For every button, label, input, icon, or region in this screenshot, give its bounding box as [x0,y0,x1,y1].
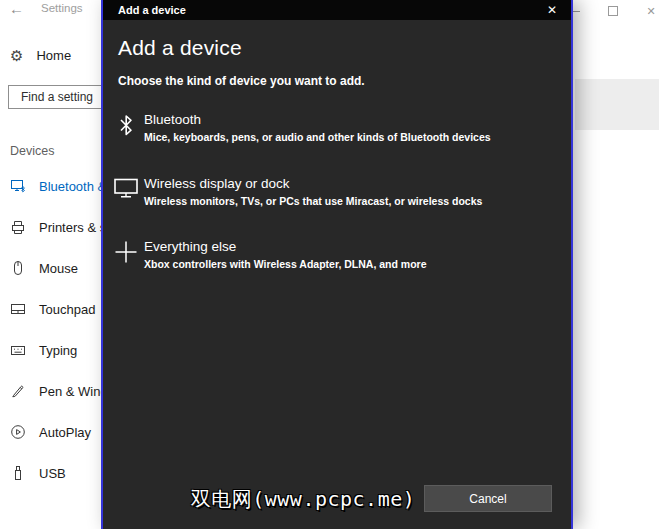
back-arrow-icon[interactable]: ← [9,0,24,17]
option-title: Bluetooth [144,112,491,128]
dialog-subheading: Choose the kind of device you want to ad… [118,74,365,88]
plus-icon [112,239,140,291]
section-header-devices: Devices [10,144,54,158]
sidebar-item-label: USB [39,466,66,481]
option-description: Mice, keyboards, pens, or audio and othe… [144,131,491,143]
sidebar-item-label: Bluetooth & [39,179,106,194]
option-title: Wireless display or dock [144,176,482,192]
window-title: Settings [41,2,83,14]
maximize-icon [608,6,618,16]
sidebar-item-printers[interactable]: Printers & sc [0,218,113,236]
sidebar-item-typing[interactable]: Typing [0,341,77,359]
option-description: Wireless monitors, TVs, or PCs that use … [144,195,482,207]
wireless-display-icon [112,176,140,228]
cancel-button[interactable]: Cancel [424,485,552,512]
mouse-icon [10,260,26,276]
sidebar-item-touchpad[interactable]: Touchpad [0,300,95,318]
maximize-button[interactable] [594,0,632,22]
sidebar-item-label: AutoPlay [39,425,91,440]
option-description: Xbox controllers with Wireless Adapter, … [144,258,427,270]
watermark: 双电网(www.pcpc.me) [163,486,443,513]
keyboard-icon [10,342,26,358]
sidebar-item-label: Pen & Wind [39,384,108,399]
printer-icon [10,219,26,235]
sidebar-item-usb[interactable]: USB [0,464,66,482]
sidebar-item-autoplay[interactable]: AutoPlay [0,423,91,441]
pen-icon [10,383,26,399]
sidebar-item-label: Mouse [39,261,78,276]
dialog-heading: Add a device [118,36,242,60]
add-device-button-partial[interactable] [575,79,659,130]
bluetooth-icon [112,112,140,164]
option-wireless-display[interactable]: Wireless display or dock Wireless monito… [103,176,571,228]
sidebar-item-home[interactable]: ⚙ Home [10,48,71,63]
option-everything-else[interactable]: Everything else Xbox controllers with Wi… [103,239,571,291]
sidebar-item-mouse[interactable]: Mouse [0,259,78,277]
touchpad-icon [10,301,26,317]
sidebar-item-label: Typing [39,343,77,358]
dialog-title: Add a device [103,4,186,16]
sidebar-item-label: Touchpad [39,302,95,317]
gear-icon: ⚙ [10,48,23,63]
dialog-titlebar: Add a device ✕ [103,0,571,20]
bluetooth-devices-icon [10,178,26,194]
window-controls: ✕ [556,0,670,22]
close-button[interactable]: ✕ [632,0,670,22]
usb-icon [10,465,26,481]
add-device-dialog: Add a device ✕ Add a device Choose the k… [101,0,573,529]
sidebar-item-bluetooth[interactable]: Bluetooth & [0,177,106,195]
sidebar-item-pen[interactable]: Pen & Wind [0,382,108,400]
autoplay-icon [10,424,26,440]
home-label: Home [36,48,71,63]
option-title: Everything else [144,239,427,255]
screen: ← Settings ✕ ⚙ Home Devices Bluetooth & … [0,0,670,529]
dialog-close-icon[interactable]: ✕ [547,4,571,16]
option-bluetooth[interactable]: Bluetooth Mice, keyboards, pens, or audi… [103,112,571,164]
close-icon: ✕ [646,6,655,17]
